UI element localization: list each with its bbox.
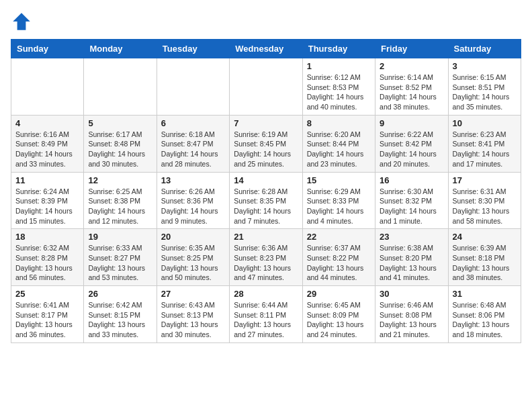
- day-detail: Sunrise: 6:32 AM Sunset: 8:28 PM Dayligh…: [15, 243, 79, 283]
- day-number: 19: [88, 232, 152, 242]
- weekday-header-saturday: Saturday: [448, 40, 521, 58]
- day-detail: Sunrise: 6:12 AM Sunset: 8:53 PM Dayligh…: [307, 73, 371, 112]
- day-cell: 14Sunrise: 6:28 AM Sunset: 8:35 PM Dayli…: [230, 172, 302, 229]
- day-detail: Sunrise: 6:20 AM Sunset: 8:44 PM Dayligh…: [307, 130, 371, 169]
- day-number: 28: [234, 289, 298, 299]
- day-detail: Sunrise: 6:24 AM Sunset: 8:39 PM Dayligh…: [15, 187, 79, 226]
- week-row-3: 11Sunrise: 6:24 AM Sunset: 8:39 PM Dayli…: [11, 172, 521, 229]
- day-detail: Sunrise: 6:30 AM Sunset: 8:32 PM Dayligh…: [380, 187, 443, 226]
- day-cell: 1Sunrise: 6:12 AM Sunset: 8:53 PM Daylig…: [302, 58, 375, 116]
- day-cell: [230, 58, 302, 116]
- day-detail: Sunrise: 6:43 AM Sunset: 8:13 PM Dayligh…: [161, 300, 225, 340]
- day-number: 6: [161, 118, 225, 128]
- day-cell: 25Sunrise: 6:41 AM Sunset: 8:17 PM Dayli…: [11, 286, 84, 343]
- day-detail: Sunrise: 6:48 AM Sunset: 8:06 PM Dayligh…: [453, 300, 517, 340]
- weekday-header-tuesday: Tuesday: [157, 40, 229, 58]
- day-cell: 2Sunrise: 6:14 AM Sunset: 8:52 PM Daylig…: [375, 58, 448, 116]
- day-cell: 16Sunrise: 6:30 AM Sunset: 8:32 PM Dayli…: [375, 172, 448, 229]
- day-number: 26: [88, 289, 152, 299]
- day-cell: 9Sunrise: 6:22 AM Sunset: 8:42 PM Daylig…: [375, 115, 448, 172]
- day-detail: Sunrise: 6:36 AM Sunset: 8:23 PM Dayligh…: [234, 243, 298, 283]
- day-detail: Sunrise: 6:15 AM Sunset: 8:51 PM Dayligh…: [453, 73, 517, 112]
- day-cell: 30Sunrise: 6:46 AM Sunset: 8:08 PM Dayli…: [375, 286, 448, 343]
- week-row-4: 18Sunrise: 6:32 AM Sunset: 8:28 PM Dayli…: [11, 229, 521, 286]
- day-number: 8: [307, 118, 371, 128]
- day-detail: Sunrise: 6:26 AM Sunset: 8:36 PM Dayligh…: [161, 187, 225, 226]
- week-row-5: 25Sunrise: 6:41 AM Sunset: 8:17 PM Dayli…: [11, 286, 521, 343]
- day-number: 29: [307, 289, 371, 299]
- day-detail: Sunrise: 6:16 AM Sunset: 8:49 PM Dayligh…: [15, 130, 79, 169]
- day-detail: Sunrise: 6:42 AM Sunset: 8:15 PM Dayligh…: [88, 300, 152, 340]
- logo: [11, 11, 35, 32]
- day-number: 11: [15, 175, 79, 185]
- day-number: 15: [307, 175, 371, 185]
- day-number: 12: [88, 175, 152, 185]
- day-detail: Sunrise: 6:35 AM Sunset: 8:25 PM Dayligh…: [161, 243, 225, 283]
- day-number: 7: [234, 118, 298, 128]
- day-detail: Sunrise: 6:37 AM Sunset: 8:22 PM Dayligh…: [307, 243, 371, 283]
- day-detail: Sunrise: 6:28 AM Sunset: 8:35 PM Dayligh…: [234, 187, 298, 226]
- day-cell: 12Sunrise: 6:25 AM Sunset: 8:38 PM Dayli…: [84, 172, 157, 229]
- day-number: 20: [161, 232, 225, 242]
- day-detail: Sunrise: 6:19 AM Sunset: 8:45 PM Dayligh…: [234, 130, 298, 169]
- day-cell: 27Sunrise: 6:43 AM Sunset: 8:13 PM Dayli…: [157, 286, 229, 343]
- day-number: 16: [380, 175, 443, 185]
- day-detail: Sunrise: 6:25 AM Sunset: 8:38 PM Dayligh…: [88, 187, 152, 226]
- day-cell: 4Sunrise: 6:16 AM Sunset: 8:49 PM Daylig…: [11, 115, 84, 172]
- day-number: 23: [380, 232, 443, 242]
- day-detail: Sunrise: 6:29 AM Sunset: 8:33 PM Dayligh…: [307, 187, 371, 226]
- day-number: 13: [161, 175, 225, 185]
- day-cell: 13Sunrise: 6:26 AM Sunset: 8:36 PM Dayli…: [157, 172, 229, 229]
- day-cell: 15Sunrise: 6:29 AM Sunset: 8:33 PM Dayli…: [302, 172, 375, 229]
- day-detail: Sunrise: 6:44 AM Sunset: 8:11 PM Dayligh…: [234, 300, 298, 340]
- day-cell: 26Sunrise: 6:42 AM Sunset: 8:15 PM Dayli…: [84, 286, 157, 343]
- day-number: 24: [453, 232, 517, 242]
- day-cell: 18Sunrise: 6:32 AM Sunset: 8:28 PM Dayli…: [11, 229, 84, 286]
- day-cell: 17Sunrise: 6:31 AM Sunset: 8:30 PM Dayli…: [448, 172, 521, 229]
- day-detail: Sunrise: 6:33 AM Sunset: 8:27 PM Dayligh…: [88, 243, 152, 283]
- day-cell: 6Sunrise: 6:18 AM Sunset: 8:47 PM Daylig…: [157, 115, 229, 172]
- day-number: 31: [453, 289, 517, 299]
- weekday-header-sunday: Sunday: [11, 40, 84, 58]
- day-number: 1: [307, 61, 371, 71]
- weekday-header-monday: Monday: [84, 40, 157, 58]
- day-number: 9: [380, 118, 443, 128]
- day-number: 10: [453, 118, 517, 128]
- day-detail: Sunrise: 6:31 AM Sunset: 8:30 PM Dayligh…: [453, 187, 517, 226]
- day-detail: Sunrise: 6:22 AM Sunset: 8:42 PM Dayligh…: [380, 130, 443, 169]
- day-number: 30: [380, 289, 443, 299]
- day-detail: Sunrise: 6:38 AM Sunset: 8:20 PM Dayligh…: [380, 243, 443, 283]
- svg-marker-0: [13, 13, 30, 30]
- day-cell: 10Sunrise: 6:23 AM Sunset: 8:41 PM Dayli…: [448, 115, 521, 172]
- day-number: 25: [15, 289, 79, 299]
- day-number: 18: [15, 232, 79, 242]
- day-number: 2: [380, 61, 443, 71]
- day-number: 17: [453, 175, 517, 185]
- day-number: 3: [453, 61, 517, 71]
- day-cell: 31Sunrise: 6:48 AM Sunset: 8:06 PM Dayli…: [448, 286, 521, 343]
- day-number: 27: [161, 289, 225, 299]
- day-cell: 7Sunrise: 6:19 AM Sunset: 8:45 PM Daylig…: [230, 115, 302, 172]
- day-cell: 8Sunrise: 6:20 AM Sunset: 8:44 PM Daylig…: [302, 115, 375, 172]
- day-cell: [157, 58, 229, 116]
- day-cell: 3Sunrise: 6:15 AM Sunset: 8:51 PM Daylig…: [448, 58, 521, 116]
- day-detail: Sunrise: 6:18 AM Sunset: 8:47 PM Dayligh…: [161, 130, 225, 169]
- header: [11, 11, 521, 32]
- day-detail: Sunrise: 6:39 AM Sunset: 8:18 PM Dayligh…: [453, 243, 517, 283]
- weekday-header-thursday: Thursday: [302, 40, 375, 58]
- day-cell: 23Sunrise: 6:38 AM Sunset: 8:20 PM Dayli…: [375, 229, 448, 286]
- week-row-1: 1Sunrise: 6:12 AM Sunset: 8:53 PM Daylig…: [11, 58, 521, 116]
- day-cell: [11, 58, 84, 116]
- day-number: 4: [15, 118, 79, 128]
- day-cell: 5Sunrise: 6:17 AM Sunset: 8:48 PM Daylig…: [84, 115, 157, 172]
- week-row-2: 4Sunrise: 6:16 AM Sunset: 8:49 PM Daylig…: [11, 115, 521, 172]
- day-cell: 11Sunrise: 6:24 AM Sunset: 8:39 PM Dayli…: [11, 172, 84, 229]
- day-detail: Sunrise: 6:23 AM Sunset: 8:41 PM Dayligh…: [453, 130, 517, 169]
- day-cell: 29Sunrise: 6:45 AM Sunset: 8:09 PM Dayli…: [302, 286, 375, 343]
- day-cell: 22Sunrise: 6:37 AM Sunset: 8:22 PM Dayli…: [302, 229, 375, 286]
- calendar-table: SundayMondayTuesdayWednesdayThursdayFrid…: [11, 39, 521, 343]
- day-number: 5: [88, 118, 152, 128]
- day-detail: Sunrise: 6:14 AM Sunset: 8:52 PM Dayligh…: [380, 73, 443, 112]
- day-cell: [84, 58, 157, 116]
- day-cell: 20Sunrise: 6:35 AM Sunset: 8:25 PM Dayli…: [157, 229, 229, 286]
